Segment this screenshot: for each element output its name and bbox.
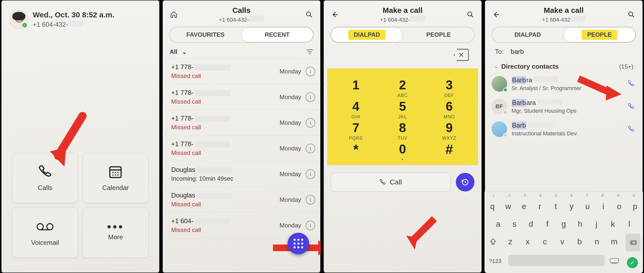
key-2[interactable]: 2ABC <box>379 77 426 99</box>
more-tile[interactable]: ••• More <box>83 208 148 258</box>
go-key[interactable]: ✓ <box>625 254 640 271</box>
key-8[interactable]: 8TUV <box>379 120 426 141</box>
key-0[interactable]: 0+ <box>379 141 426 163</box>
info-icon[interactable]: i <box>306 144 315 153</box>
home-icon <box>170 10 178 19</box>
info-icon[interactable]: i <box>306 92 315 102</box>
key-*[interactable]: * <box>333 141 379 163</box>
tab-recent[interactable]: RECENT <box>241 27 313 42</box>
filter-button[interactable] <box>306 49 313 55</box>
key-z[interactable]: z <box>502 233 519 250</box>
key-t[interactable]: t <box>548 198 564 215</box>
phone-icon <box>36 164 54 179</box>
svg-line-22 <box>412 219 434 241</box>
to-field[interactable]: To: barb <box>485 43 643 59</box>
info-icon[interactable]: i <box>306 195 315 205</box>
tab-favourites[interactable]: FAVOURITES <box>170 27 241 42</box>
history-button[interactable] <box>456 173 474 191</box>
svg-rect-30 <box>610 258 619 263</box>
key-h[interactable]: h <box>572 215 588 233</box>
key-w[interactable]: w <box>500 198 516 215</box>
backspace-button[interactable]: ✕ <box>454 49 469 61</box>
key-p[interactable]: p <box>627 198 643 215</box>
call-row[interactable]: +1 778- Missed call Monday i <box>162 136 321 161</box>
call-row[interactable]: Douglas Missed call Monday i <box>162 187 321 213</box>
back-arrow-icon <box>492 10 500 19</box>
call-contact-button[interactable] <box>627 80 635 88</box>
page-title: Calls <box>180 6 303 15</box>
key-k[interactable]: k <box>605 215 621 233</box>
key-g[interactable]: g <box>555 215 572 233</box>
back-button[interactable] <box>329 9 341 21</box>
key-5[interactable]: 5JKL <box>379 99 426 120</box>
tab-dialpad[interactable]: DIALPAD <box>331 27 403 42</box>
contacts-list: Barbra Sr. Analyst / Sr. Programmer BF B… <box>485 72 643 140</box>
dialpad-fab[interactable] <box>288 233 309 254</box>
space-key[interactable] <box>508 255 605 266</box>
key-i[interactable]: i <box>595 198 611 215</box>
backspace-key[interactable] <box>625 234 640 251</box>
key-l[interactable]: l <box>621 215 637 233</box>
search-button[interactable] <box>464 9 476 21</box>
svg-point-8 <box>115 174 116 176</box>
directory-header[interactable]: ⌄ Directory contacts (15+) <box>485 59 643 72</box>
key-r[interactable]: r <box>532 198 548 215</box>
key-m[interactable]: m <box>606 233 623 250</box>
search-button[interactable] <box>625 9 637 21</box>
search-button[interactable] <box>303 9 315 21</box>
key-3[interactable]: 3DEF <box>426 77 473 99</box>
key-6[interactable]: 6MNO <box>426 99 473 120</box>
call-row[interactable]: +1 778- Missed call Monday i <box>162 59 321 84</box>
call-contact-button[interactable] <box>627 103 635 110</box>
key-q[interactable]: q <box>485 198 500 215</box>
shift-key[interactable] <box>485 233 502 250</box>
tab-people[interactable]: PEOPLE <box>564 27 635 42</box>
key-s[interactable]: s <box>506 215 523 233</box>
key-y[interactable]: y <box>564 198 580 215</box>
page-title: Make a call <box>341 6 464 15</box>
tab-dialpad[interactable]: DIALPAD <box>492 27 564 42</box>
calendar-tile[interactable]: Calendar <box>83 153 148 203</box>
key-9[interactable]: 9WXYZ <box>426 120 473 141</box>
voicemail-tile[interactable]: Voicemail <box>12 208 78 258</box>
keyboard-settings-key[interactable] <box>607 252 622 270</box>
contact-row[interactable]: Barb Instructional Materials Dev. <box>485 118 643 140</box>
presence-badge <box>503 110 508 115</box>
contact-row[interactable]: BF Barbara Mgr, Student Housing Ops <box>485 95 643 118</box>
key-v[interactable]: v <box>554 233 571 250</box>
own-number: +1 604-432- <box>341 16 464 23</box>
calls-tile[interactable]: Calls <box>12 153 78 203</box>
back-button[interactable] <box>490 9 502 21</box>
home-button[interactable] <box>168 9 180 21</box>
key-#[interactable]: # <box>426 141 473 163</box>
key-e[interactable]: e <box>516 198 532 215</box>
contact-row[interactable]: Barbra Sr. Analyst / Sr. Programmer <box>485 72 643 95</box>
info-icon[interactable]: i <box>306 169 315 179</box>
key-b[interactable]: b <box>571 233 588 250</box>
chevron-down-icon[interactable]: ⌄ <box>182 48 187 55</box>
call-contact-button[interactable] <box>627 125 635 133</box>
key-f[interactable]: f <box>539 215 555 233</box>
key-1[interactable]: 1 <box>333 77 379 99</box>
key-j[interactable]: j <box>588 215 605 233</box>
filter-label[interactable]: All <box>170 48 178 55</box>
key-x[interactable]: x <box>519 233 536 250</box>
call-row[interactable]: +1 778- Missed call Monday i <box>162 84 321 110</box>
call-button[interactable]: Call <box>331 173 450 192</box>
key-c[interactable]: c <box>536 233 554 250</box>
info-icon[interactable]: i <box>306 67 315 76</box>
call-row[interactable]: +1 778- Missed call Monday i <box>162 110 321 136</box>
call-row[interactable]: Douglas Incoming: 10min 49sec Monday i <box>162 161 321 187</box>
symbols-key[interactable]: ?123 <box>485 252 506 270</box>
key-u[interactable]: u <box>580 198 595 215</box>
key-a[interactable]: a <box>490 215 506 233</box>
key-7[interactable]: 7PQRS <box>333 120 379 141</box>
key-d[interactable]: d <box>523 215 539 233</box>
tab-people[interactable]: PEOPLE <box>403 27 474 42</box>
info-icon[interactable]: i <box>306 221 315 230</box>
key-o[interactable]: o <box>611 198 627 215</box>
search-icon <box>305 11 313 19</box>
key-4[interactable]: 4GHI <box>333 99 379 120</box>
key-n[interactable]: n <box>588 233 606 250</box>
info-icon[interactable]: i <box>306 118 315 128</box>
